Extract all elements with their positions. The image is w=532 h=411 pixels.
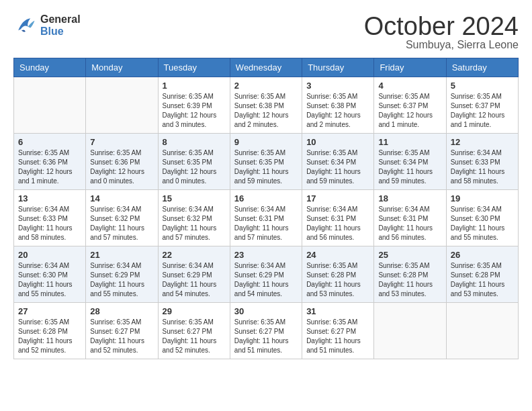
calendar-day-cell: 6Sunrise: 6:35 AM Sunset: 6:36 PM Daylig… <box>14 134 86 190</box>
day-info: Sunrise: 6:35 AM Sunset: 6:27 PM Dayligh… <box>306 318 369 355</box>
day-info: Sunrise: 6:35 AM Sunset: 6:27 PM Dayligh… <box>163 318 226 355</box>
day-info: Sunrise: 6:34 AM Sunset: 6:33 PM Dayligh… <box>451 148 514 186</box>
calendar-day-cell: 4Sunrise: 6:35 AM Sunset: 6:37 PM Daylig… <box>374 77 446 134</box>
day-info: Sunrise: 6:35 AM Sunset: 6:38 PM Dayligh… <box>306 92 369 130</box>
day-info: Sunrise: 6:34 AM Sunset: 6:29 PM Dayligh… <box>163 261 226 299</box>
calendar-day-cell: 11Sunrise: 6:35 AM Sunset: 6:34 PM Dayli… <box>374 134 446 190</box>
day-number: 5 <box>451 81 514 91</box>
calendar-day-cell: 10Sunrise: 6:35 AM Sunset: 6:34 PM Dayli… <box>302 134 374 190</box>
day-info: Sunrise: 6:35 AM Sunset: 6:28 PM Dayligh… <box>451 261 514 299</box>
day-number: 6 <box>18 137 81 147</box>
calendar-day-cell: 1Sunrise: 6:35 AM Sunset: 6:39 PM Daylig… <box>158 77 230 134</box>
day-info: Sunrise: 6:35 AM Sunset: 6:28 PM Dayligh… <box>18 318 81 355</box>
day-number: 23 <box>234 250 298 260</box>
calendar-day-cell: 7Sunrise: 6:35 AM Sunset: 6:36 PM Daylig… <box>86 134 158 190</box>
calendar-day-cell <box>14 77 86 134</box>
day-info: Sunrise: 6:35 AM Sunset: 6:27 PM Dayligh… <box>234 318 298 355</box>
day-number: 1 <box>163 81 226 91</box>
day-info: Sunrise: 6:35 AM Sunset: 6:35 PM Dayligh… <box>234 148 298 186</box>
calendar-week-row: 1Sunrise: 6:35 AM Sunset: 6:39 PM Daylig… <box>14 77 519 134</box>
calendar-table: SundayMondayTuesdayWednesdayThursdayFrid… <box>13 58 519 359</box>
calendar-day-cell: 19Sunrise: 6:34 AM Sunset: 6:30 PM Dayli… <box>446 190 518 246</box>
day-number: 31 <box>306 306 369 316</box>
calendar-day-cell: 16Sunrise: 6:34 AM Sunset: 6:31 PM Dayli… <box>230 190 302 246</box>
day-info: Sunrise: 6:34 AM Sunset: 6:30 PM Dayligh… <box>451 205 514 242</box>
day-number: 9 <box>234 137 298 147</box>
calendar-week-row: 27Sunrise: 6:35 AM Sunset: 6:28 PM Dayli… <box>14 303 519 359</box>
day-info: Sunrise: 6:35 AM Sunset: 6:36 PM Dayligh… <box>18 148 81 186</box>
calendar-day-cell: 8Sunrise: 6:35 AM Sunset: 6:35 PM Daylig… <box>158 134 230 190</box>
day-number: 22 <box>163 250 226 260</box>
calendar-day-cell: 17Sunrise: 6:34 AM Sunset: 6:31 PM Dayli… <box>302 190 374 246</box>
day-info: Sunrise: 6:35 AM Sunset: 6:35 PM Dayligh… <box>163 148 226 186</box>
location: Sumbuya, Sierra Leone <box>364 39 519 51</box>
calendar-day-cell: 12Sunrise: 6:34 AM Sunset: 6:33 PM Dayli… <box>446 134 518 190</box>
day-info: Sunrise: 6:35 AM Sunset: 6:34 PM Dayligh… <box>306 148 369 186</box>
day-number: 26 <box>451 250 514 260</box>
calendar-week-row: 13Sunrise: 6:34 AM Sunset: 6:33 PM Dayli… <box>14 190 519 246</box>
day-info: Sunrise: 6:34 AM Sunset: 6:32 PM Dayligh… <box>163 205 226 242</box>
calendar-day-cell: 18Sunrise: 6:34 AM Sunset: 6:31 PM Dayli… <box>374 190 446 246</box>
day-number: 27 <box>18 306 81 316</box>
calendar-day-cell: 13Sunrise: 6:34 AM Sunset: 6:33 PM Dayli… <box>14 190 86 246</box>
calendar-day-cell: 23Sunrise: 6:34 AM Sunset: 6:29 PM Dayli… <box>230 246 302 303</box>
weekday-header: Monday <box>86 58 158 77</box>
day-info: Sunrise: 6:34 AM Sunset: 6:31 PM Dayligh… <box>306 205 369 242</box>
calendar-day-cell: 24Sunrise: 6:35 AM Sunset: 6:28 PM Dayli… <box>302 246 374 303</box>
calendar-day-cell: 15Sunrise: 6:34 AM Sunset: 6:32 PM Dayli… <box>158 190 230 246</box>
calendar-day-cell: 31Sunrise: 6:35 AM Sunset: 6:27 PM Dayli… <box>302 303 374 359</box>
day-info: Sunrise: 6:35 AM Sunset: 6:36 PM Dayligh… <box>90 148 153 186</box>
logo-icon <box>13 13 38 38</box>
weekday-header: Thursday <box>302 58 374 77</box>
title-block: October 2024 Sumbuya, Sierra Leone <box>364 13 519 51</box>
calendar-body: 1Sunrise: 6:35 AM Sunset: 6:39 PM Daylig… <box>14 77 519 359</box>
header-row: SundayMondayTuesdayWednesdayThursdayFrid… <box>14 58 519 77</box>
day-info: Sunrise: 6:34 AM Sunset: 6:29 PM Dayligh… <box>234 261 298 299</box>
day-info: Sunrise: 6:35 AM Sunset: 6:34 PM Dayligh… <box>378 148 441 186</box>
day-number: 8 <box>163 137 226 147</box>
calendar-day-cell: 14Sunrise: 6:34 AM Sunset: 6:32 PM Dayli… <box>86 190 158 246</box>
calendar-day-cell: 26Sunrise: 6:35 AM Sunset: 6:28 PM Dayli… <box>446 246 518 303</box>
weekday-header: Wednesday <box>230 58 302 77</box>
calendar-day-cell: 29Sunrise: 6:35 AM Sunset: 6:27 PM Dayli… <box>158 303 230 359</box>
day-info: Sunrise: 6:35 AM Sunset: 6:28 PM Dayligh… <box>306 261 369 299</box>
calendar-week-row: 6Sunrise: 6:35 AM Sunset: 6:36 PM Daylig… <box>14 134 519 190</box>
day-info: Sunrise: 6:34 AM Sunset: 6:31 PM Dayligh… <box>378 205 441 242</box>
day-number: 15 <box>163 193 226 203</box>
day-number: 17 <box>306 193 369 203</box>
day-number: 12 <box>451 137 514 147</box>
day-info: Sunrise: 6:34 AM Sunset: 6:30 PM Dayligh… <box>18 261 81 299</box>
day-number: 10 <box>306 137 369 147</box>
day-info: Sunrise: 6:35 AM Sunset: 6:37 PM Dayligh… <box>451 92 514 130</box>
calendar-day-cell: 21Sunrise: 6:34 AM Sunset: 6:29 PM Dayli… <box>86 246 158 303</box>
day-number: 28 <box>90 306 153 316</box>
day-number: 18 <box>378 193 441 203</box>
day-number: 20 <box>18 250 81 260</box>
day-number: 24 <box>306 250 369 260</box>
day-number: 21 <box>90 250 153 260</box>
calendar-day-cell: 25Sunrise: 6:35 AM Sunset: 6:28 PM Dayli… <box>374 246 446 303</box>
calendar-day-cell <box>446 303 518 359</box>
day-number: 7 <box>90 137 153 147</box>
calendar-day-cell: 5Sunrise: 6:35 AM Sunset: 6:37 PM Daylig… <box>446 77 518 134</box>
calendar-day-cell <box>86 77 158 134</box>
calendar-day-cell: 27Sunrise: 6:35 AM Sunset: 6:28 PM Dayli… <box>14 303 86 359</box>
calendar-day-cell: 30Sunrise: 6:35 AM Sunset: 6:27 PM Dayli… <box>230 303 302 359</box>
day-number: 4 <box>378 81 441 91</box>
calendar-day-cell: 3Sunrise: 6:35 AM Sunset: 6:38 PM Daylig… <box>302 77 374 134</box>
day-number: 3 <box>306 81 369 91</box>
day-info: Sunrise: 6:34 AM Sunset: 6:32 PM Dayligh… <box>90 205 153 242</box>
calendar-day-cell: 28Sunrise: 6:35 AM Sunset: 6:27 PM Dayli… <box>86 303 158 359</box>
day-number: 14 <box>90 193 153 203</box>
day-number: 25 <box>378 250 441 260</box>
day-number: 11 <box>378 137 441 147</box>
logo: General Blue <box>13 13 81 38</box>
weekday-header: Tuesday <box>158 58 230 77</box>
day-info: Sunrise: 6:34 AM Sunset: 6:29 PM Dayligh… <box>90 261 153 299</box>
calendar-day-cell <box>374 303 446 359</box>
day-info: Sunrise: 6:35 AM Sunset: 6:28 PM Dayligh… <box>378 261 441 299</box>
calendar-day-cell: 9Sunrise: 6:35 AM Sunset: 6:35 PM Daylig… <box>230 134 302 190</box>
day-number: 19 <box>451 193 514 203</box>
weekday-header: Friday <box>374 58 446 77</box>
day-info: Sunrise: 6:34 AM Sunset: 6:33 PM Dayligh… <box>18 205 81 242</box>
